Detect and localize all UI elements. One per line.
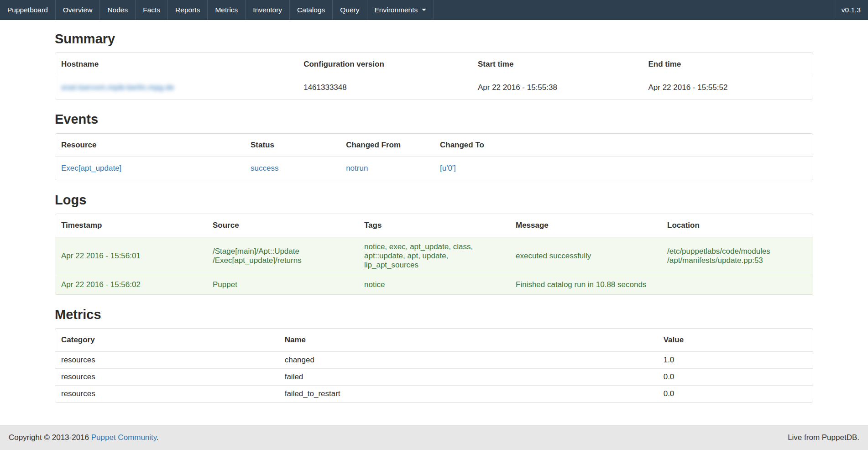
metric-name: failed_to_restart	[279, 386, 658, 403]
navbar: Puppetboard Overview Nodes Facts Reports…	[0, 0, 868, 20]
copyright-text: Copyright © 2013-2016	[9, 433, 91, 442]
metrics-header-row: Category Name Value	[55, 329, 813, 352]
metrics-heading: Metrics	[55, 307, 813, 322]
events-heading: Events	[55, 112, 813, 127]
log-timestamp: Apr 22 2016 - 15:56:01	[55, 237, 207, 275]
nav-item-metrics[interactable]: Metrics	[208, 0, 246, 20]
log-tags: notice, exec, apt_update, class, apt::up…	[358, 237, 510, 275]
puppet-community-link[interactable]: Puppet Community	[91, 433, 157, 442]
event-resource-link[interactable]: Exec[apt_update]	[61, 164, 121, 173]
log-message: Finished catalog run in 10.88 seconds	[510, 275, 661, 295]
summary-header-row: Hostname Configuration version Start tim…	[55, 53, 813, 76]
footer: Copyright © 2013-2016 Puppet Community. …	[0, 425, 868, 450]
nav-item-catalogs[interactable]: Catalogs	[290, 0, 333, 20]
summary-col-hostname: Hostname	[55, 53, 298, 76]
end-time-cell: Apr 22 2016 - 15:55:52	[642, 76, 813, 99]
metric-value: 0.0	[658, 369, 813, 386]
event-status-link[interactable]: success	[251, 164, 278, 173]
metric-category: resources	[55, 352, 279, 369]
nav-item-nodes[interactable]: Nodes	[100, 0, 136, 20]
metric-value: 0.0	[658, 386, 813, 403]
log-message: executed successfully	[510, 237, 661, 275]
metric-row: resources failed 0.0	[55, 369, 813, 386]
event-row: Exec[apt_update] success notrun [u'0']	[55, 157, 813, 180]
nav-item-query[interactable]: Query	[333, 0, 367, 20]
logs-col-location: Location	[661, 214, 813, 237]
nav-dropdown-environments[interactable]: Environments	[367, 0, 434, 20]
summary-col-end-time: End time	[642, 53, 813, 76]
logs-heading: Logs	[55, 193, 813, 208]
metric-name: failed	[279, 369, 658, 386]
footer-copyright: Copyright © 2013-2016 Puppet Community.	[9, 433, 159, 442]
metric-row: resources changed 1.0	[55, 352, 813, 369]
event-changed-to-link[interactable]: [u'0']	[440, 164, 456, 173]
metrics-table: Category Name Value resources changed 1.…	[55, 329, 813, 402]
nav-item-facts[interactable]: Facts	[136, 0, 168, 20]
metrics-col-name: Name	[279, 329, 658, 352]
log-location: /etc/puppetlabs/code/modules /apt/manife…	[661, 237, 813, 275]
events-col-changed-from: Changed From	[340, 134, 434, 157]
summary-table: Hostname Configuration version Start tim…	[55, 53, 813, 99]
metric-name: changed	[279, 352, 658, 369]
chevron-down-icon	[422, 9, 426, 11]
log-source: /Stage[main]/Apt::Update /Exec[apt_updat…	[207, 237, 358, 275]
metrics-col-value: Value	[658, 329, 813, 352]
log-row: Apr 22 2016 - 15:56:02 Puppet notice Fin…	[55, 275, 813, 295]
logs-col-timestamp: Timestamp	[55, 214, 207, 237]
events-table: Resource Status Changed From Changed To …	[55, 134, 813, 180]
log-location	[661, 275, 813, 295]
log-timestamp: Apr 22 2016 - 15:56:02	[55, 275, 207, 295]
metric-category: resources	[55, 369, 279, 386]
metric-category: resources	[55, 386, 279, 403]
events-col-status: Status	[245, 134, 340, 157]
nav-item-inventory[interactable]: Inventory	[246, 0, 290, 20]
summary-heading: Summary	[55, 31, 813, 47]
hostname-link[interactable]: snat-tservvm.mpib-berlin.mpg.de	[61, 83, 174, 92]
app-version-badge: v0.1.3	[834, 0, 868, 20]
config-version-cell: 1461333348	[298, 76, 472, 99]
copyright-period: .	[157, 433, 159, 442]
nav-brand-puppetboard[interactable]: Puppetboard	[0, 0, 56, 20]
events-col-resource: Resource	[55, 134, 245, 157]
logs-table: Timestamp Source Tags Message Location A…	[55, 214, 813, 294]
nav-item-overview[interactable]: Overview	[56, 0, 100, 20]
event-changed-from-link[interactable]: notrun	[346, 164, 368, 173]
logs-col-message: Message	[510, 214, 661, 237]
log-row: Apr 22 2016 - 15:56:01 /Stage[main]/Apt:…	[55, 237, 813, 275]
logs-panel: Timestamp Source Tags Message Location A…	[55, 214, 813, 295]
metric-row: resources failed_to_restart 0.0	[55, 386, 813, 403]
metric-value: 1.0	[658, 352, 813, 369]
logs-col-tags: Tags	[358, 214, 510, 237]
log-tags: notice	[358, 275, 510, 295]
navbar-right: v0.1.3	[834, 0, 868, 20]
logs-header-row: Timestamp Source Tags Message Location	[55, 214, 813, 237]
footer-source-text: Live from PuppetDB.	[788, 433, 859, 442]
metrics-panel: Category Name Value resources changed 1.…	[55, 328, 813, 403]
nav-item-reports[interactable]: Reports	[168, 0, 208, 20]
summary-row: snat-tservvm.mpib-berlin.mpg.de 14613333…	[55, 76, 813, 99]
events-header-row: Resource Status Changed From Changed To	[55, 134, 813, 157]
events-col-changed-to: Changed To	[434, 134, 813, 157]
events-panel: Resource Status Changed From Changed To …	[55, 133, 813, 180]
summary-col-start-time: Start time	[472, 53, 643, 76]
log-source: Puppet	[207, 275, 358, 295]
environments-label: Environments	[375, 6, 418, 14]
main-content: Summary Hostname Configuration version S…	[55, 31, 813, 403]
start-time-cell: Apr 22 2016 - 15:55:38	[472, 76, 643, 99]
summary-col-config-version: Configuration version	[298, 53, 472, 76]
summary-panel: Hostname Configuration version Start tim…	[55, 52, 813, 99]
metrics-col-category: Category	[55, 329, 279, 352]
logs-col-source: Source	[207, 214, 358, 237]
